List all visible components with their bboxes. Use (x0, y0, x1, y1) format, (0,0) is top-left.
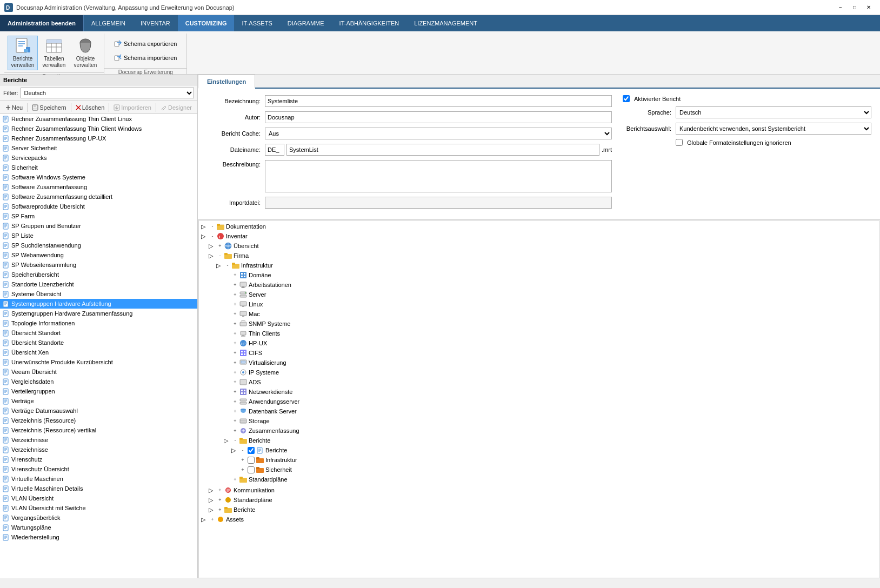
berichte-report-checkbox[interactable] (248, 447, 255, 454)
designer-button[interactable]: Designer (157, 102, 195, 113)
list-item[interactable]: Server Sicherheit (0, 143, 197, 153)
list-item[interactable]: VLAN Übersicht (0, 493, 197, 503)
neu-button[interactable]: Neu (2, 102, 26, 113)
expand-icon[interactable]: + (231, 330, 239, 337)
schema-exportieren-button[interactable]: Schema exportieren (111, 38, 180, 50)
list-item[interactable]: Standorte Lizenzbericht (0, 279, 197, 289)
tree-node-storage[interactable]: + Storage (224, 416, 877, 426)
tree-node-berichte-infra[interactable]: ▷ - Berichte (224, 436, 877, 445)
tree-node-kommunikation[interactable]: ▷ + Kommunikation (209, 485, 877, 495)
menu-lizenzmanagement[interactable]: LIZENZMANAGEMENT (406, 15, 485, 31)
expand-icon[interactable]: + (231, 291, 239, 298)
tree-node-domaene[interactable]: + Domäne (224, 270, 877, 280)
list-item[interactable]: SP Suchdienstanwendung (0, 240, 197, 250)
menu-admin[interactable]: Administration beenden (0, 15, 84, 31)
list-item[interactable]: Verzeichnisse (0, 445, 197, 455)
infra-sub-checkbox[interactable] (248, 457, 255, 464)
tree-node-standardplaene[interactable]: ▷ + Standardpläne (209, 495, 877, 505)
list-item[interactable]: Rechner Zusammenfassung Thin Client Linu… (0, 114, 197, 124)
tree-node-snmp[interactable]: + SNMP Systeme (224, 319, 877, 329)
list-item[interactable]: Vorgangsüberblick (0, 513, 197, 523)
list-item[interactable]: SP Liste (0, 231, 197, 240)
list-item[interactable]: Wiederherstellung (0, 532, 197, 542)
tree-node-server[interactable]: + Server (224, 290, 877, 299)
expand-icon[interactable]: + (239, 456, 246, 464)
list-item[interactable]: Virtuelle Maschinen Details (0, 484, 197, 493)
tree-node-linux[interactable]: + Linux (224, 299, 877, 309)
list-item[interactable]: Verträge (0, 396, 197, 406)
list-item[interactable]: Wartungspläne (0, 523, 197, 532)
list-item[interactable]: Übersicht Standort (0, 328, 197, 338)
expand-icon[interactable]: + (231, 310, 239, 318)
list-item[interactable]: Rechner Zusammenfassung UP-UX (0, 133, 197, 143)
list-item[interactable]: Sicherheit (0, 163, 197, 172)
list-item[interactable]: Übersicht Standorte (0, 338, 197, 348)
aktivierter-bericht-checkbox[interactable] (623, 95, 630, 102)
tree-node-infrastruktur[interactable]: ▷ - Infrastruktur (216, 260, 877, 270)
tree-node-arbeitsstationen[interactable]: + Arbeitsstationen (224, 280, 877, 290)
expand-icon[interactable]: - (209, 223, 216, 230)
tree-node-thin-clients[interactable]: + Thin Clients (224, 329, 877, 338)
list-item[interactable]: VLAN Übersicht mit Switche (0, 503, 197, 513)
menu-allgemein[interactable]: ALLGEMEIN (84, 15, 133, 31)
expand-icon[interactable]: + (216, 506, 224, 513)
expand-icon[interactable]: + (231, 378, 239, 386)
expand-icon[interactable]: + (216, 496, 224, 504)
list-item[interactable]: Software Zusammenfassung (0, 182, 197, 192)
tree-node-mac[interactable]: + Mac (224, 309, 877, 319)
list-item[interactable]: Verzeichnisse (0, 435, 197, 445)
importieren-button[interactable]: Importieren (110, 102, 155, 113)
menu-customizing[interactable]: CUSTOMIZING (178, 15, 235, 31)
tree-node-berichte-report[interactable]: ▷ - Berichte (231, 445, 877, 455)
expand-icon[interactable]: + (231, 417, 239, 425)
expand-icon[interactable]: + (239, 466, 246, 473)
list-item[interactable]: Virenschutz (0, 455, 197, 464)
tree-node-firma[interactable]: ▷ - Firma (209, 251, 877, 260)
list-item-selected[interactable]: Systemgruppen Hardware Aufstellung (0, 299, 197, 309)
close-button[interactable]: ✕ (862, 2, 876, 13)
list-item[interactable]: SP Farm (0, 211, 197, 221)
list-item[interactable]: SP Gruppen und Benutzer (0, 221, 197, 231)
list-item[interactable]: Systeme Übersicht (0, 289, 197, 299)
menu-it-abhaengigkeiten[interactable]: IT-ABHÄNGIGKEITEN (332, 15, 407, 31)
list-item[interactable]: Virenschutz Übersicht (0, 464, 197, 474)
list-item[interactable]: Speicherübersicht (0, 270, 197, 279)
tree-node-anwendungsserver[interactable]: + Anwendungsserver (224, 397, 877, 406)
list-item[interactable]: Softwareprodukte Übersicht (0, 202, 197, 211)
expand-icon[interactable]: + (231, 349, 239, 357)
expand-icon[interactable]: + (231, 271, 239, 279)
minimize-button[interactable]: − (834, 2, 848, 13)
menu-inventar[interactable]: INVENTAR (133, 15, 178, 31)
speichern-button[interactable]: Speichern (29, 102, 70, 113)
tree-node-ads[interactable]: + ADS (224, 377, 877, 387)
list-item[interactable]: Übersicht Xen (0, 348, 197, 357)
list-item[interactable]: Software Windows Systeme (0, 172, 197, 182)
expand-icon[interactable]: + (209, 516, 216, 523)
expand-icon[interactable]: + (231, 339, 239, 347)
tree-node-netzwerkdienste[interactable]: + Netzwerkdienste (224, 387, 877, 397)
schema-importieren-button[interactable]: Schema importieren (111, 52, 180, 64)
list-item[interactable]: Verzeichnis (Ressource) (0, 416, 197, 425)
expand-icon[interactable]: + (216, 242, 224, 250)
tree-node-zusammenfassung[interactable]: + Zusammenfassung (224, 426, 877, 436)
bericht-cache-select[interactable]: Aus An (265, 128, 612, 139)
sprache-select[interactable]: Deutsch Englisch (676, 106, 871, 118)
tree-node-infra-sub[interactable]: + Infrastruktur (231, 455, 877, 465)
list-item[interactable]: Topologie Informationen (0, 318, 197, 328)
list-item[interactable]: Unerwünschte Produkte Kurzübersicht (0, 357, 197, 367)
expand-icon[interactable]: + (231, 300, 239, 308)
beschreibung-textarea[interactable] (265, 160, 612, 192)
menu-diagramme[interactable]: DIAGRAMME (280, 15, 332, 31)
bezeichnung-input[interactable] (265, 95, 612, 107)
list-item[interactable]: Veeam Übersicht (0, 367, 197, 377)
list-item[interactable]: SP Webanwendung (0, 250, 197, 260)
list-item[interactable]: Vergleichsdaten (0, 377, 197, 386)
tree-node-hp-ux[interactable]: + HP HP-UX (224, 338, 877, 348)
expand-icon[interactable]: + (231, 281, 239, 289)
maximize-button[interactable]: □ (848, 2, 862, 13)
tree-node-berichte-top[interactable]: ▷ + Berichte (209, 505, 877, 514)
list-item[interactable]: Software Zusammenfassung detailliert (0, 192, 197, 202)
expand-icon[interactable]: - (231, 437, 239, 444)
tree-node-inventar[interactable]: ▷ - i Inventar (201, 231, 877, 241)
expand-icon[interactable]: + (231, 369, 239, 376)
